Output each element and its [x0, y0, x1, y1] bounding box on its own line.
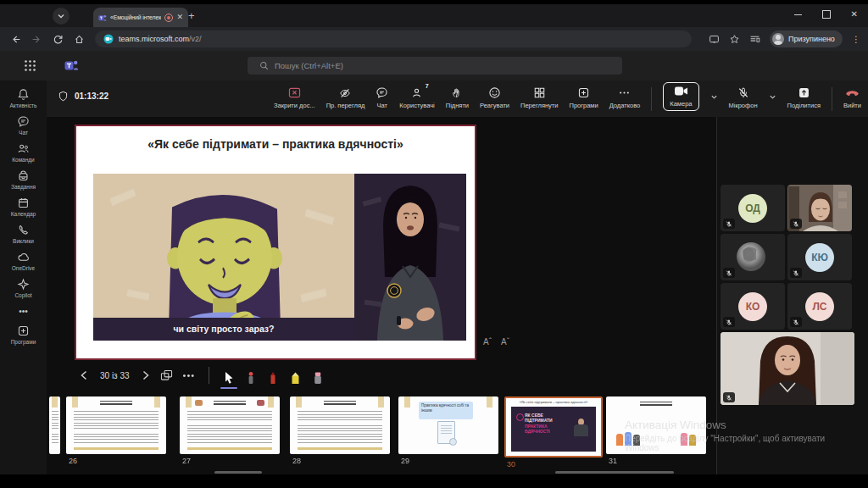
- slide-illustration: чи світу просто зараз?: [93, 174, 354, 341]
- home-button[interactable]: [74, 34, 85, 45]
- mic-button[interactable]: Мікрофон: [729, 85, 758, 109]
- new-tab-button[interactable]: +: [188, 9, 195, 22]
- more-tools-button[interactable]: •••: [183, 370, 196, 380]
- screen: «Емоційний інтелект як ре ✕ + ✕ teams.mi…: [0, 0, 868, 488]
- window-close-button[interactable]: ✕: [851, 10, 858, 19]
- filmstrip-scrollbar[interactable]: [555, 471, 674, 474]
- thumbnail-slide-30-active[interactable]: «Як себе підтримати – практика вдячності…: [504, 396, 599, 469]
- spotlight-participant-video[interactable]: [721, 332, 854, 405]
- eye-slash-icon: [338, 87, 352, 99]
- font-increase-button[interactable]: Aˆ: [483, 337, 492, 347]
- mic-options-chevron[interactable]: [769, 93, 776, 101]
- tab-title: «Емоційний інтелект як ре: [110, 14, 161, 20]
- thumbnail-slide-29[interactable]: Практика вдячності собі та іншим 29: [398, 396, 498, 465]
- view-button[interactable]: Переглянути: [520, 85, 558, 109]
- mic-muted-badge: [723, 317, 735, 327]
- slide-media: чи світу просто зараз?: [93, 174, 466, 341]
- leave-button[interactable]: Вийти: [843, 85, 861, 109]
- raise-hand-button[interactable]: Підняти: [446, 85, 469, 109]
- meeting-stage: «Як себе підтримати – практика вдячності…: [47, 117, 716, 474]
- rail-item-onedrive[interactable]: OneDrive: [12, 251, 35, 271]
- rail-item-apps[interactable]: Програми: [11, 324, 36, 345]
- previous-slide-button[interactable]: [80, 370, 88, 380]
- browser-tabstrip: «Емоційний інтелект як ре ✕ + ✕: [0, 4, 868, 27]
- participant-tile-photo[interactable]: [721, 234, 785, 280]
- letterbox-bar: [0, 474, 868, 488]
- camera-options-chevron[interactable]: [710, 93, 718, 101]
- illustration-woman-gratitude: [93, 174, 354, 341]
- share-screen-icon: [798, 86, 810, 99]
- window-minimize-button[interactable]: [794, 14, 802, 15]
- filmstrip-scrollbar-segment[interactable]: [214, 471, 262, 474]
- participant-tile[interactable]: ОД: [721, 185, 785, 231]
- participant-tile[interactable]: КЮ: [787, 234, 852, 280]
- chat-button[interactable]: Чат: [376, 85, 388, 109]
- private-view-button[interactable]: Пр. перегляд: [326, 85, 365, 109]
- windows-activation-watermark: Активація Windows Перейдіть до розділу "…: [625, 419, 825, 452]
- browser-menu-button[interactable]: ⋮: [852, 35, 861, 44]
- close-document-button[interactable]: Закрити дос...: [274, 85, 315, 109]
- tab-close-button[interactable]: ✕: [176, 14, 183, 21]
- search-placeholder: Пошук (Ctrl+Alt+E): [275, 61, 343, 70]
- teams-favicon: [98, 14, 107, 22]
- participant-tile-video[interactable]: [787, 185, 852, 231]
- thumbnail-partial[interactable]: [49, 396, 60, 454]
- share-button[interactable]: Поділитися: [787, 85, 821, 109]
- next-slide-button[interactable]: [142, 370, 150, 380]
- rail-item-activity[interactable]: Активність: [10, 88, 37, 108]
- search-icon: [259, 61, 269, 70]
- spotlight-video-figure: [721, 332, 854, 405]
- profile-button[interactable]: Призупинено: [770, 30, 843, 47]
- slide-caption: чи світу просто зараз?: [93, 318, 354, 341]
- rail-item-teams[interactable]: Команди: [12, 142, 35, 163]
- apps-button[interactable]: Програми: [570, 85, 598, 109]
- laser-pointer-tool-button[interactable]: [245, 366, 257, 385]
- nav-separator: [209, 367, 209, 384]
- window-maximize-button[interactable]: [822, 10, 831, 19]
- browser-tab-active[interactable]: «Емоційний інтелект як ре ✕: [93, 8, 188, 27]
- cast-icon[interactable]: [709, 34, 720, 45]
- people-button[interactable]: 7 Користувачі: [399, 85, 434, 109]
- browser-toolbar: teams.microsoft.com/v2/ Призупинено ⋮: [0, 27, 868, 51]
- mic-muted-badge: [723, 219, 735, 229]
- search-input[interactable]: Пошук (Ctrl+Alt+E): [248, 57, 622, 75]
- rail-item-calendar[interactable]: Календар: [11, 197, 36, 217]
- participant-tile[interactable]: КО: [721, 283, 785, 330]
- more-actions-button[interactable]: Додатково: [609, 85, 641, 109]
- thumbnail-slide-26[interactable]: 26: [66, 396, 166, 465]
- chat-bubble-icon: [17, 115, 30, 128]
- thumbnail-number: 31: [609, 457, 706, 465]
- pen-tool-button[interactable]: [267, 366, 279, 385]
- mic-muted-badge: [723, 268, 735, 278]
- back-button[interactable]: [10, 34, 21, 45]
- thumbnail-slide-27[interactable]: 27: [180, 396, 280, 465]
- rail-item-chat[interactable]: Чат: [17, 115, 30, 136]
- reload-button[interactable]: [53, 34, 64, 45]
- url-bar[interactable]: teams.microsoft.com/v2/: [95, 30, 692, 47]
- side-panel-icon[interactable]: [749, 34, 760, 45]
- certificate-icon: [437, 421, 455, 444]
- interpreter-figure: [354, 174, 466, 341]
- slide-sorter-button[interactable]: [160, 369, 173, 381]
- rail-item-calls[interactable]: Виклики: [13, 224, 34, 244]
- thumbnail-number: 26: [69, 457, 166, 465]
- sign-language-interpreter-video: [354, 174, 466, 341]
- highlighter-tool-button[interactable]: [289, 366, 302, 385]
- rail-more-button[interactable]: •••: [19, 307, 28, 316]
- camera-button[interactable]: Камера: [663, 82, 698, 111]
- thumbnail-slide-28[interactable]: 28: [290, 396, 390, 465]
- thumb30-media: ЯК СЕБЕ ПІДТРИМАТИ ПРАКТИКА ВДЯЧНОСТІ: [511, 407, 596, 452]
- forward-button[interactable]: [31, 34, 42, 45]
- rail-item-copilot[interactable]: Copilot: [14, 278, 31, 298]
- thumbnail-number: 29: [401, 457, 498, 465]
- cursor-tool-button[interactable]: [223, 366, 235, 385]
- rail-item-assignments[interactable]: Завдання: [11, 169, 36, 190]
- font-decrease-button[interactable]: Aˇ: [501, 337, 509, 347]
- url-text: teams.microsoft.com/v2/: [119, 35, 202, 43]
- tab-search-button[interactable]: [53, 8, 70, 25]
- eraser-tool-button[interactable]: [312, 366, 324, 385]
- bookmark-star-icon[interactable]: [729, 34, 740, 45]
- react-button[interactable]: Реагувати: [480, 85, 509, 109]
- participant-tile[interactable]: ЛС: [787, 283, 852, 330]
- app-launcher-waffle-icon[interactable]: [24, 59, 36, 72]
